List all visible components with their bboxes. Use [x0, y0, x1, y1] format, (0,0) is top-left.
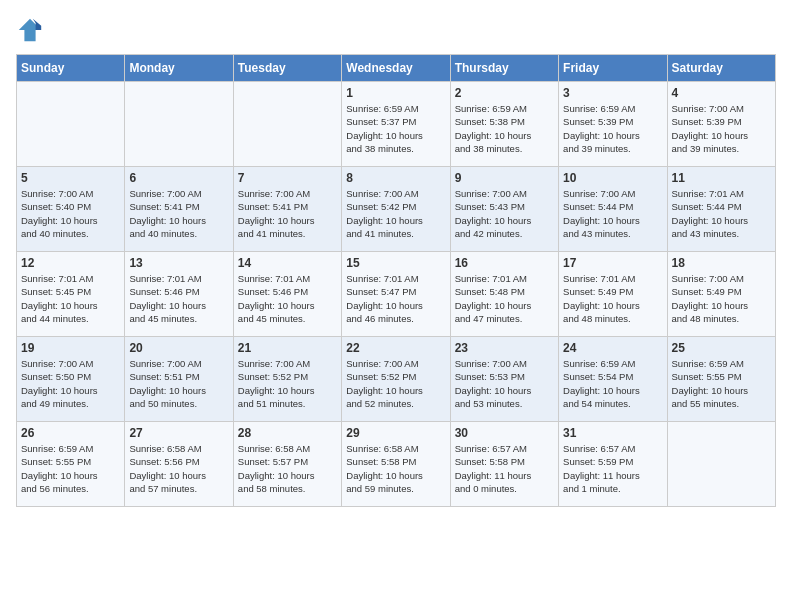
calendar-cell: 8Sunrise: 7:00 AM Sunset: 5:42 PM Daylig… — [342, 167, 450, 252]
logo — [16, 16, 48, 44]
day-number: 9 — [455, 171, 554, 185]
day-info: Sunrise: 6:59 AM Sunset: 5:55 PM Dayligh… — [21, 442, 120, 495]
day-number: 5 — [21, 171, 120, 185]
weekday-header-row: SundayMondayTuesdayWednesdayThursdayFrid… — [17, 55, 776, 82]
calendar-cell: 19Sunrise: 7:00 AM Sunset: 5:50 PM Dayli… — [17, 337, 125, 422]
day-number: 18 — [672, 256, 771, 270]
calendar-week-row: 1Sunrise: 6:59 AM Sunset: 5:37 PM Daylig… — [17, 82, 776, 167]
weekday-header-saturday: Saturday — [667, 55, 775, 82]
day-number: 10 — [563, 171, 662, 185]
day-info: Sunrise: 7:01 AM Sunset: 5:46 PM Dayligh… — [129, 272, 228, 325]
calendar-cell: 27Sunrise: 6:58 AM Sunset: 5:56 PM Dayli… — [125, 422, 233, 507]
calendar-week-row: 26Sunrise: 6:59 AM Sunset: 5:55 PM Dayli… — [17, 422, 776, 507]
page-header — [16, 16, 776, 44]
day-number: 15 — [346, 256, 445, 270]
calendar-cell: 2Sunrise: 6:59 AM Sunset: 5:38 PM Daylig… — [450, 82, 558, 167]
day-info: Sunrise: 6:59 AM Sunset: 5:38 PM Dayligh… — [455, 102, 554, 155]
day-number: 17 — [563, 256, 662, 270]
day-number: 29 — [346, 426, 445, 440]
day-number: 20 — [129, 341, 228, 355]
day-number: 27 — [129, 426, 228, 440]
calendar-cell: 14Sunrise: 7:01 AM Sunset: 5:46 PM Dayli… — [233, 252, 341, 337]
day-number: 6 — [129, 171, 228, 185]
day-info: Sunrise: 7:00 AM Sunset: 5:53 PM Dayligh… — [455, 357, 554, 410]
calendar-cell: 29Sunrise: 6:58 AM Sunset: 5:58 PM Dayli… — [342, 422, 450, 507]
day-info: Sunrise: 7:00 AM Sunset: 5:41 PM Dayligh… — [129, 187, 228, 240]
calendar-cell: 15Sunrise: 7:01 AM Sunset: 5:47 PM Dayli… — [342, 252, 450, 337]
day-number: 19 — [21, 341, 120, 355]
day-number: 8 — [346, 171, 445, 185]
day-info: Sunrise: 6:57 AM Sunset: 5:59 PM Dayligh… — [563, 442, 662, 495]
day-number: 13 — [129, 256, 228, 270]
calendar-cell: 4Sunrise: 7:00 AM Sunset: 5:39 PM Daylig… — [667, 82, 775, 167]
day-info: Sunrise: 7:00 AM Sunset: 5:51 PM Dayligh… — [129, 357, 228, 410]
day-info: Sunrise: 6:57 AM Sunset: 5:58 PM Dayligh… — [455, 442, 554, 495]
day-info: Sunrise: 7:01 AM Sunset: 5:45 PM Dayligh… — [21, 272, 120, 325]
day-number: 21 — [238, 341, 337, 355]
calendar-week-row: 5Sunrise: 7:00 AM Sunset: 5:40 PM Daylig… — [17, 167, 776, 252]
calendar-cell: 24Sunrise: 6:59 AM Sunset: 5:54 PM Dayli… — [559, 337, 667, 422]
calendar-cell: 16Sunrise: 7:01 AM Sunset: 5:48 PM Dayli… — [450, 252, 558, 337]
calendar-cell: 12Sunrise: 7:01 AM Sunset: 5:45 PM Dayli… — [17, 252, 125, 337]
day-info: Sunrise: 6:59 AM Sunset: 5:37 PM Dayligh… — [346, 102, 445, 155]
day-info: Sunrise: 7:00 AM Sunset: 5:44 PM Dayligh… — [563, 187, 662, 240]
day-info: Sunrise: 6:58 AM Sunset: 5:58 PM Dayligh… — [346, 442, 445, 495]
calendar-cell: 20Sunrise: 7:00 AM Sunset: 5:51 PM Dayli… — [125, 337, 233, 422]
day-info: Sunrise: 7:00 AM Sunset: 5:40 PM Dayligh… — [21, 187, 120, 240]
calendar-cell: 9Sunrise: 7:00 AM Sunset: 5:43 PM Daylig… — [450, 167, 558, 252]
day-number: 30 — [455, 426, 554, 440]
day-info: Sunrise: 7:01 AM Sunset: 5:44 PM Dayligh… — [672, 187, 771, 240]
calendar-cell: 30Sunrise: 6:57 AM Sunset: 5:58 PM Dayli… — [450, 422, 558, 507]
day-number: 25 — [672, 341, 771, 355]
day-info: Sunrise: 7:01 AM Sunset: 5:47 PM Dayligh… — [346, 272, 445, 325]
calendar-cell: 18Sunrise: 7:00 AM Sunset: 5:49 PM Dayli… — [667, 252, 775, 337]
day-number: 11 — [672, 171, 771, 185]
day-number: 1 — [346, 86, 445, 100]
day-info: Sunrise: 6:59 AM Sunset: 5:39 PM Dayligh… — [563, 102, 662, 155]
day-info: Sunrise: 7:00 AM Sunset: 5:39 PM Dayligh… — [672, 102, 771, 155]
day-info: Sunrise: 7:01 AM Sunset: 5:48 PM Dayligh… — [455, 272, 554, 325]
calendar-table: SundayMondayTuesdayWednesdayThursdayFrid… — [16, 54, 776, 507]
day-info: Sunrise: 7:00 AM Sunset: 5:42 PM Dayligh… — [346, 187, 445, 240]
day-number: 7 — [238, 171, 337, 185]
day-info: Sunrise: 7:00 AM Sunset: 5:49 PM Dayligh… — [672, 272, 771, 325]
day-number: 23 — [455, 341, 554, 355]
calendar-cell: 10Sunrise: 7:00 AM Sunset: 5:44 PM Dayli… — [559, 167, 667, 252]
day-number: 3 — [563, 86, 662, 100]
calendar-cell — [667, 422, 775, 507]
day-number: 24 — [563, 341, 662, 355]
calendar-cell: 25Sunrise: 6:59 AM Sunset: 5:55 PM Dayli… — [667, 337, 775, 422]
calendar-cell: 13Sunrise: 7:01 AM Sunset: 5:46 PM Dayli… — [125, 252, 233, 337]
calendar-week-row: 12Sunrise: 7:01 AM Sunset: 5:45 PM Dayli… — [17, 252, 776, 337]
calendar-cell: 7Sunrise: 7:00 AM Sunset: 5:41 PM Daylig… — [233, 167, 341, 252]
day-number: 16 — [455, 256, 554, 270]
calendar-cell: 22Sunrise: 7:00 AM Sunset: 5:52 PM Dayli… — [342, 337, 450, 422]
calendar-cell: 17Sunrise: 7:01 AM Sunset: 5:49 PM Dayli… — [559, 252, 667, 337]
day-number: 26 — [21, 426, 120, 440]
weekday-header-tuesday: Tuesday — [233, 55, 341, 82]
logo-icon — [16, 16, 44, 44]
day-number: 14 — [238, 256, 337, 270]
calendar-cell: 5Sunrise: 7:00 AM Sunset: 5:40 PM Daylig… — [17, 167, 125, 252]
day-info: Sunrise: 7:01 AM Sunset: 5:46 PM Dayligh… — [238, 272, 337, 325]
calendar-cell — [125, 82, 233, 167]
calendar-cell: 26Sunrise: 6:59 AM Sunset: 5:55 PM Dayli… — [17, 422, 125, 507]
weekday-header-friday: Friday — [559, 55, 667, 82]
day-info: Sunrise: 7:00 AM Sunset: 5:41 PM Dayligh… — [238, 187, 337, 240]
day-info: Sunrise: 6:58 AM Sunset: 5:57 PM Dayligh… — [238, 442, 337, 495]
day-info: Sunrise: 7:00 AM Sunset: 5:50 PM Dayligh… — [21, 357, 120, 410]
calendar-cell: 28Sunrise: 6:58 AM Sunset: 5:57 PM Dayli… — [233, 422, 341, 507]
day-number: 4 — [672, 86, 771, 100]
calendar-cell: 1Sunrise: 6:59 AM Sunset: 5:37 PM Daylig… — [342, 82, 450, 167]
calendar-cell: 6Sunrise: 7:00 AM Sunset: 5:41 PM Daylig… — [125, 167, 233, 252]
day-info: Sunrise: 6:59 AM Sunset: 5:54 PM Dayligh… — [563, 357, 662, 410]
weekday-header-monday: Monday — [125, 55, 233, 82]
day-info: Sunrise: 6:58 AM Sunset: 5:56 PM Dayligh… — [129, 442, 228, 495]
calendar-cell: 23Sunrise: 7:00 AM Sunset: 5:53 PM Dayli… — [450, 337, 558, 422]
calendar-cell — [17, 82, 125, 167]
calendar-cell: 3Sunrise: 6:59 AM Sunset: 5:39 PM Daylig… — [559, 82, 667, 167]
calendar-cell: 31Sunrise: 6:57 AM Sunset: 5:59 PM Dayli… — [559, 422, 667, 507]
day-number: 12 — [21, 256, 120, 270]
day-number: 28 — [238, 426, 337, 440]
weekday-header-wednesday: Wednesday — [342, 55, 450, 82]
